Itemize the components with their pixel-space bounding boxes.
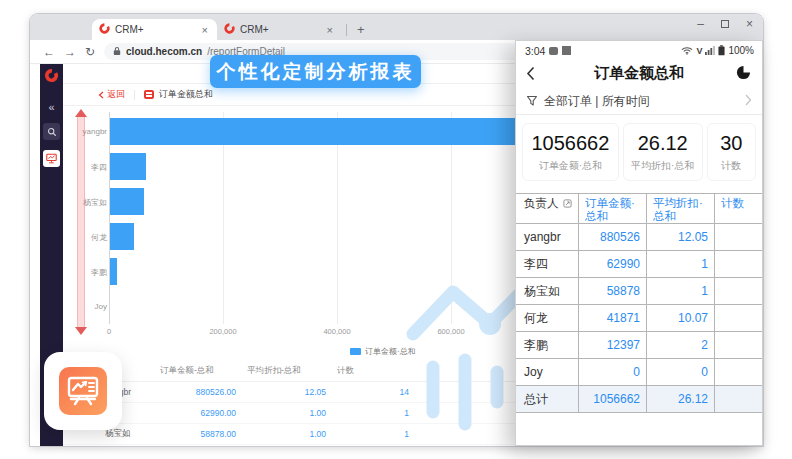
list-item[interactable]: Joy00	[516, 359, 762, 386]
summary-stats: 1056662 订单金额·总和 26.12 平均折扣·总和 30 计数	[516, 115, 762, 193]
tab-close-icon[interactable]: ×	[200, 24, 210, 36]
cell-discount: 10.07	[646, 305, 714, 331]
chart-bar[interactable]	[110, 258, 117, 285]
cell-amount: 58878.00	[150, 429, 237, 439]
lock-icon	[113, 46, 121, 58]
maximize-button[interactable]	[721, 20, 729, 28]
forward-button[interactable]: →	[64, 45, 76, 59]
browser-tab-inactive[interactable]: CRM+ ×	[217, 19, 342, 40]
cell-owner: 李鹏	[516, 332, 578, 358]
header-discount: 平均折扣-总和	[237, 365, 327, 377]
browser-tab-active[interactable]: CRM+ ×	[92, 19, 217, 40]
crm-favicon-icon	[99, 23, 110, 36]
total-row[interactable]: 总计105666226.12	[516, 386, 762, 413]
cell-owner: 何龙	[516, 305, 578, 331]
tab-title: CRM+	[240, 24, 325, 35]
funnel-icon	[526, 95, 538, 107]
signal-icon	[705, 46, 715, 55]
x-axis-tick-label: 200,000	[193, 327, 253, 336]
report-title: 订单金额总和	[159, 88, 213, 101]
new-tab-button[interactable]: +	[351, 22, 371, 37]
mobile-preview-panel: 3:04 V 100% 订单金额总和 全部订单 | 所有时间	[515, 40, 763, 446]
chart-bar[interactable]	[110, 188, 144, 215]
volte-icon: V	[696, 46, 702, 56]
filter-text: 全部订单 | 所有时间	[544, 93, 650, 110]
cell-amount: 62990	[578, 251, 646, 277]
report-chart-icon	[46, 153, 57, 164]
cell-discount: 1	[646, 251, 714, 277]
collapse-sidebar-button[interactable]: «	[48, 101, 54, 113]
callout-badge: 个性化定制分析报表	[210, 55, 421, 88]
back-link[interactable]: 返回	[98, 88, 125, 101]
report-doc-icon	[144, 90, 154, 99]
cell-count	[714, 278, 762, 304]
status-bar: 3:04 V 100%	[516, 41, 762, 58]
mobile-data-table: 负责人 订单金额·总和 平均折扣·总和 计数 yangbr88052612.05…	[516, 193, 762, 413]
mobile-navbar: 订单金额总和	[516, 58, 762, 88]
red-annotation-arrow	[75, 110, 88, 334]
filter-row[interactable]: 全部订单 | 所有时间	[516, 88, 762, 115]
cell-count	[714, 386, 762, 412]
sidebar-item-report[interactable]	[43, 150, 60, 167]
cell-discount: 1	[646, 278, 714, 304]
arrow-up-icon	[75, 109, 87, 117]
tab-separator	[346, 24, 347, 36]
cell-discount: 1.00	[237, 408, 327, 418]
tab-title: CRM+	[115, 24, 200, 35]
cell-count: 1	[327, 429, 410, 439]
tab-strip: CRM+ × CRM+ × + – ×	[30, 14, 763, 40]
switch-dimension-icon[interactable]	[563, 199, 572, 208]
cell-amount: 880526.00	[150, 387, 237, 397]
legend-swatch	[350, 348, 361, 355]
list-item[interactable]: yangbr88052612.05	[516, 224, 762, 251]
cell-owner: 总计	[516, 386, 578, 412]
list-item[interactable]: 李四629901	[516, 251, 762, 278]
stat-value: 30	[720, 132, 742, 155]
breadcrumb-divider	[134, 90, 135, 100]
chart-bar[interactable]	[110, 223, 134, 250]
battery-percent: 100%	[728, 45, 754, 56]
header-amount: 订单金额·总和	[578, 194, 646, 223]
back-button[interactable]: ←	[43, 45, 55, 59]
legend-label: 订单金额·总和	[365, 346, 416, 357]
cell-count	[714, 251, 762, 277]
floating-report-shortcut[interactable]	[44, 352, 122, 430]
cell-count	[714, 359, 762, 385]
cell-discount: 12.05	[237, 387, 327, 397]
chart-legend: 订单金额·总和	[350, 346, 416, 357]
easel-chart-icon	[59, 367, 107, 415]
arrow-down-icon	[75, 327, 87, 335]
cell-discount: 26.12	[646, 386, 714, 412]
cell-owner: 杨宝如	[516, 278, 578, 304]
chart-bar[interactable]	[110, 153, 146, 180]
cell-amount: 41871	[578, 305, 646, 331]
x-axis-tick-label: 0	[79, 327, 139, 336]
list-item[interactable]: 何龙4187110.07	[516, 305, 762, 332]
chart-type-button[interactable]	[736, 65, 751, 84]
screenshot-canvas: CRM+ × CRM+ × + – × ← → ↻	[0, 0, 792, 459]
table-header-row: 负责人 订单金额·总和 平均折扣·总和 计数	[516, 194, 762, 224]
stat-label: 计数	[721, 159, 741, 173]
stat-avg-discount: 26.12 平均折扣·总和	[623, 123, 703, 181]
close-button[interactable]: ×	[746, 17, 753, 31]
stat-order-amount: 1056662 订单金额·总和	[522, 123, 619, 181]
minimize-button[interactable]: –	[697, 17, 704, 31]
list-item[interactable]: 杨宝如588781	[516, 278, 762, 305]
tab-close-icon[interactable]: ×	[325, 24, 335, 36]
chevron-right-icon	[745, 94, 752, 109]
app-notification-icon	[562, 46, 571, 55]
header-amount: 订单金额-总和	[150, 365, 237, 377]
cell-discount: 12.05	[646, 224, 714, 250]
cell-discount: 1.00	[237, 429, 327, 439]
list-item[interactable]: 李鹏123972	[516, 332, 762, 359]
x-axis-tick-label: 600,000	[421, 327, 481, 336]
window-controls: – ×	[697, 17, 753, 31]
cell-owner: 李四	[516, 251, 578, 277]
header-count: 计数	[327, 365, 410, 377]
header-owner: 负责人	[516, 194, 578, 223]
search-button[interactable]	[43, 123, 60, 140]
cell-amount: 0	[578, 359, 646, 385]
header-count: 计数	[714, 194, 762, 223]
pie-chart-icon	[736, 65, 751, 80]
reload-button[interactable]: ↻	[85, 45, 95, 59]
